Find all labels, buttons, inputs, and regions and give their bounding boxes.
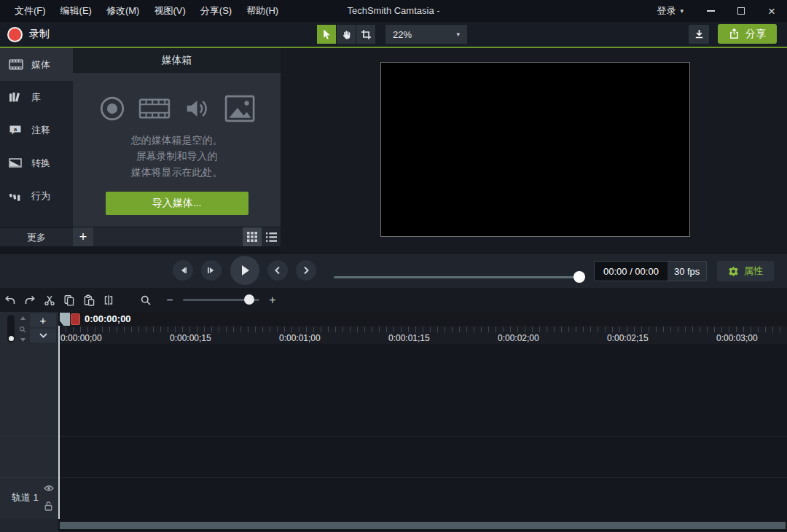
- timeline-zoom-slider[interactable]: [183, 299, 259, 301]
- pan-tool-button[interactable]: [337, 25, 356, 44]
- divider: [0, 436, 58, 437]
- track-height-slider[interactable]: [7, 315, 15, 343]
- record-icon: [98, 95, 126, 122]
- chevron-down-icon: ▾: [680, 7, 684, 15]
- timeline-zoom-out-button[interactable]: −: [163, 292, 177, 309]
- properties-button[interactable]: 属性: [717, 261, 774, 281]
- hand-icon: [341, 29, 352, 40]
- arrow-down-icon: [20, 338, 26, 342]
- playhead-line[interactable]: [58, 326, 60, 520]
- menu-share[interactable]: 分享(S): [193, 0, 239, 22]
- chevron-left-icon: [274, 266, 281, 275]
- sidebar-more-button[interactable]: 更多: [0, 227, 73, 246]
- timeline-ruler[interactable]: 0:00:00;000:00:00;150:00:01;000:00:01;15…: [58, 326, 787, 344]
- grid-view-button[interactable]: [243, 227, 262, 246]
- playhead-row[interactable]: 0:00:00;00: [58, 312, 787, 326]
- undo-button[interactable]: [0, 292, 20, 309]
- panel-bottom-strip: [0, 246, 281, 253]
- menu-view[interactable]: 视图(V): [146, 0, 192, 22]
- close-icon: ×: [768, 5, 775, 17]
- step-back-button[interactable]: [173, 260, 193, 281]
- playhead-handle[interactable]: [60, 313, 70, 326]
- preview-stage[interactable]: [380, 62, 690, 237]
- track-options-button[interactable]: [30, 329, 56, 343]
- timeline-scrollbar-thumb[interactable]: [60, 522, 786, 529]
- canvas-zoom-value: 22%: [393, 29, 412, 40]
- magnifier-icon: [140, 294, 152, 306]
- media-bin-bottom-bar: +: [73, 227, 281, 246]
- share-button[interactable]: 分享: [718, 24, 777, 44]
- image-icon: [224, 95, 255, 122]
- seek-slider[interactable]: [334, 276, 585, 278]
- paste-button[interactable]: [79, 292, 98, 309]
- sidebar-item-library[interactable]: 库: [0, 81, 73, 114]
- close-button[interactable]: ×: [756, 0, 787, 22]
- maximize-button[interactable]: [726, 0, 756, 22]
- import-media-button[interactable]: 导入媒体...: [106, 192, 248, 215]
- sidebar-item-annotations[interactable]: a注释: [0, 114, 73, 146]
- playhead-out-handle[interactable]: [71, 313, 80, 325]
- canvas-tools: 22% ▾: [317, 25, 467, 44]
- chevron-down-icon: ▾: [456, 31, 460, 38]
- previous-clip-button[interactable]: [267, 260, 288, 281]
- split-icon: [103, 294, 114, 306]
- play-icon: [238, 264, 251, 277]
- sidebar: 媒体库a注释转换行为 更多: [0, 48, 73, 253]
- record-button[interactable]: 录制: [7, 25, 50, 44]
- menu-help[interactable]: 帮助(H): [239, 0, 286, 22]
- slider-thumb[interactable]: [9, 336, 14, 341]
- fps-display: 30 fps: [667, 262, 706, 281]
- split-button[interactable]: [98, 292, 118, 309]
- timeline-scrollbar[interactable]: [58, 519, 787, 532]
- audio-icon: [183, 95, 212, 122]
- sidebar-item-label: 媒体: [31, 58, 50, 71]
- eye-icon[interactable]: [44, 485, 54, 492]
- login-menu[interactable]: 登录 ▾: [657, 4, 684, 17]
- media-bin-empty-text: 您的媒体箱是空的。 屏幕录制和导入的 媒体将显示在此处。: [73, 132, 281, 180]
- crop-tool-button[interactable]: [356, 25, 375, 44]
- chevron-down-icon: [39, 333, 47, 338]
- copy-button[interactable]: [59, 292, 79, 309]
- export-local-button[interactable]: [689, 25, 709, 44]
- timeline-zoom-in-button[interactable]: +: [265, 292, 280, 309]
- canvas-zoom-dropdown[interactable]: 22% ▾: [385, 25, 467, 44]
- seek-thumb[interactable]: [573, 271, 585, 283]
- properties-label: 属性: [744, 265, 763, 278]
- lock-icon[interactable]: [44, 501, 52, 511]
- sidebar-item-transitions[interactable]: 转换: [0, 146, 73, 179]
- add-track-button[interactable]: +: [30, 313, 56, 327]
- redo-button[interactable]: [20, 292, 39, 309]
- track-1-header[interactable]: 轨道 1: [0, 477, 58, 517]
- next-clip-button[interactable]: [296, 260, 316, 281]
- menu-modify[interactable]: 修改(M): [99, 0, 147, 22]
- menu-file[interactable]: 文件(F): [7, 0, 53, 22]
- timeline-toolbar: − +: [0, 288, 787, 312]
- timeline-zoom-thumb[interactable]: [244, 294, 254, 305]
- sidebar-item-label: 注释: [31, 124, 50, 137]
- list-view-button[interactable]: [262, 227, 281, 246]
- ruler-label: 0:00:00;15: [170, 333, 211, 343]
- grid-view-icon: [247, 232, 257, 242]
- playhead-time: 0:00:00;00: [85, 313, 131, 324]
- track-height-zoom-control[interactable]: [18, 316, 27, 342]
- cut-button[interactable]: [39, 292, 59, 309]
- sidebar-item-behaviors[interactable]: 行为: [0, 179, 73, 212]
- canvas-area[interactable]: [281, 48, 787, 253]
- play-button[interactable]: [230, 256, 259, 285]
- chevron-right-icon: [302, 266, 310, 275]
- time-display-group: 00:00 / 00:00 30 fps: [594, 261, 707, 281]
- step-forward-button[interactable]: [201, 260, 222, 281]
- timeline-tracks[interactable]: [58, 344, 787, 519]
- add-media-button[interactable]: +: [73, 227, 93, 246]
- minimize-button[interactable]: [695, 0, 726, 22]
- divider: [58, 436, 787, 437]
- toolbar-right: 分享: [689, 24, 777, 44]
- menu-edit[interactable]: 编辑(E): [53, 0, 99, 22]
- cursor-tool-button[interactable]: [317, 25, 336, 44]
- annotation-icon: a: [9, 125, 24, 136]
- canvas-tool-buttons: [317, 25, 376, 44]
- timeline: + 轨道 1 0:00:00;00 0:00:00;000:00:00;150:…: [0, 312, 787, 532]
- sidebar-item-media[interactable]: 媒体: [0, 48, 73, 81]
- time-display: 00:00 / 00:00: [595, 262, 667, 281]
- titlebar-right: 登录 ▾ ×: [657, 0, 787, 22]
